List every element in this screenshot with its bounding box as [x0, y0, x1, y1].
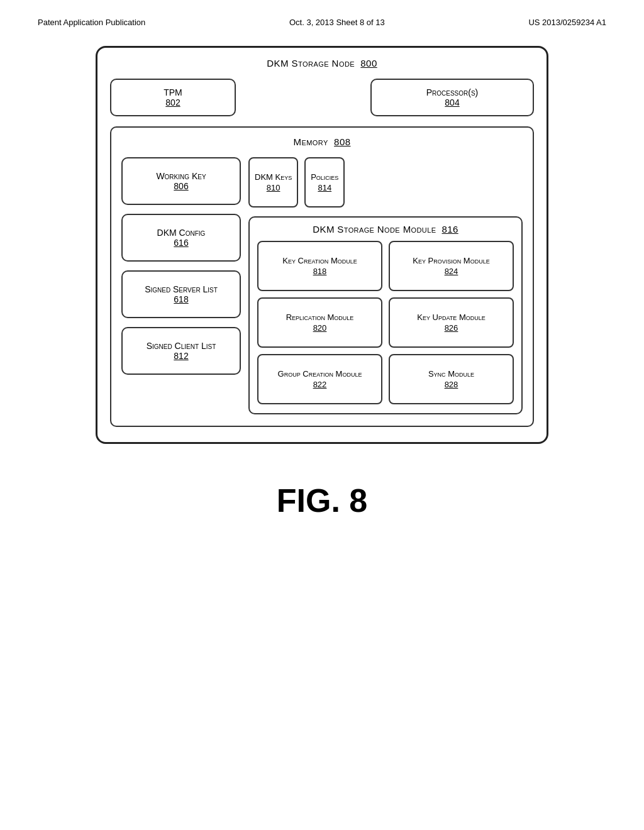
header-right: US 2013/0259234 A1 — [528, 18, 606, 27]
patent-header: Patent Application Publication Oct. 3, 2… — [0, 0, 644, 33]
left-column: Working Key 806 DKM Config 616 Signed Se… — [121, 157, 241, 414]
policies-label: Policies — [311, 172, 338, 183]
group-creation-number: 822 — [313, 380, 327, 389]
working-key-label: Working Key — [156, 171, 206, 181]
dkm-module-box: DKM Storage Node Module 816 Key Creation… — [248, 216, 523, 414]
key-provision-number: 824 — [445, 267, 458, 276]
signed-client-list-box: Signed Client List 812 — [121, 327, 241, 375]
top-three-row: DKM Keys 810 Policies 814 — [248, 157, 523, 208]
signed-client-list-number: 812 — [174, 351, 188, 361]
key-update-label: Key Update Module — [417, 313, 485, 323]
diagram-area: DKM Storage Node 800 TPM 802 Processor(s… — [0, 33, 644, 532]
dkm-keys-box: DKM Keys 810 — [248, 157, 298, 208]
dkm-module-name: DKM Storage Node Module — [313, 224, 436, 235]
outer-number: 800 — [360, 58, 377, 69]
policies-number: 814 — [318, 183, 331, 192]
right-column: DKM Keys 810 Policies 814 DKM Storage No… — [248, 157, 523, 414]
dkm-keys-label: DKM Keys — [255, 172, 292, 183]
replication-label: Replication Module — [286, 313, 354, 323]
dkm-module-grid: Key Creation Module 818 Key Provision Mo… — [257, 241, 514, 404]
signed-server-list-label: Signed Server List — [145, 284, 218, 294]
key-provision-label: Key Provision Module — [413, 256, 489, 267]
memory-number: 808 — [334, 136, 350, 147]
signed-server-list-box: Signed Server List 618 — [121, 270, 241, 318]
key-creation-box: Key Creation Module 818 — [257, 241, 382, 291]
processor-box: Processor(s) 804 — [370, 79, 534, 116]
outer-label-text: DKM Storage Node 800 — [267, 58, 377, 69]
dkm-config-box: DKM Config 616 — [121, 214, 241, 262]
header-left: Patent Application Publication — [38, 18, 145, 27]
group-creation-box: Group Creation Module 822 — [257, 354, 382, 404]
memory-inner: Working Key 806 DKM Config 616 Signed Se… — [121, 157, 523, 414]
top-row: TPM 802 Processor(s) 804 — [110, 79, 534, 116]
key-update-box: Key Update Module 826 — [389, 297, 514, 348]
dkm-config-label: DKM Config — [157, 228, 206, 238]
sync-box: Sync Module 828 — [389, 354, 514, 404]
group-creation-label: Group Creation Module — [278, 369, 362, 380]
sync-number: 828 — [445, 380, 458, 389]
key-creation-label: Key Creation Module — [282, 256, 357, 267]
processor-number: 804 — [382, 97, 523, 108]
working-key-number: 806 — [174, 181, 188, 191]
key-update-number: 826 — [445, 323, 458, 333]
signed-client-list-label: Signed Client List — [147, 341, 216, 351]
replication-box: Replication Module 820 — [257, 297, 382, 348]
processor-label: Processor(s) — [382, 87, 523, 97]
signed-server-list-number: 618 — [174, 294, 188, 304]
dkm-module-number: 816 — [442, 224, 458, 235]
outer-box-label: DKM Storage Node 800 — [110, 58, 534, 69]
policies-box: Policies 814 — [304, 157, 345, 208]
dkm-storage-node-box: DKM Storage Node 800 TPM 802 Processor(s… — [96, 46, 548, 444]
tpm-label: TPM — [121, 87, 225, 97]
header-center: Oct. 3, 2013 Sheet 8 of 13 — [289, 18, 385, 27]
fig-label: FIG. 8 — [277, 482, 367, 519]
memory-name: Memory — [294, 136, 328, 147]
replication-number: 820 — [313, 323, 327, 333]
key-creation-number: 818 — [313, 267, 327, 276]
dkm-module-label: DKM Storage Node Module 816 — [257, 224, 514, 235]
key-provision-box: Key Provision Module 824 — [389, 241, 514, 291]
working-key-box: Working Key 806 — [121, 157, 241, 205]
memory-label: Memory 808 — [121, 136, 523, 147]
outer-label: DKM Storage Node — [267, 58, 355, 69]
sync-label: Sync Module — [428, 369, 474, 380]
dkm-keys-number: 810 — [267, 183, 280, 192]
tpm-number: 802 — [121, 97, 225, 108]
tpm-box: TPM 802 — [110, 79, 236, 116]
memory-box: Memory 808 Working Key 806 DKM Config 61… — [110, 126, 534, 427]
dkm-config-number: 616 — [174, 238, 188, 248]
